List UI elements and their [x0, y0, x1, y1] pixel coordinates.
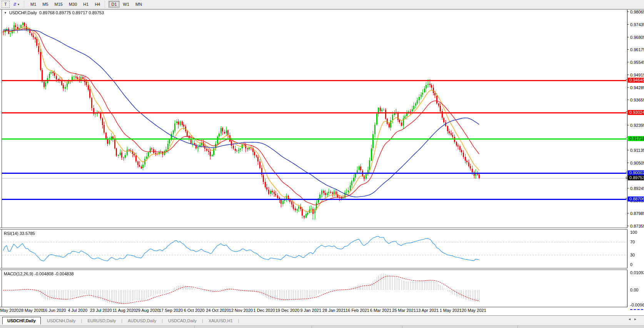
- tab-scroll-left-icon[interactable]: ◂: [629, 317, 634, 321]
- objects-arrows-button[interactable]: ⇵ ▾: [10, 1, 22, 8]
- macd-pane-label: MACD(12,26,9) -0.004808 -0.004838: [4, 271, 74, 276]
- toolbar-separator: [105, 1, 107, 8]
- rsi-axis-tick: 100: [630, 230, 637, 235]
- timeframe-button-d1[interactable]: D1: [108, 1, 119, 8]
- price-tick: 0.97435: [627, 22, 644, 27]
- timeframe-button-m15[interactable]: M15: [52, 1, 65, 8]
- date-label: 29 Aug 2020: [136, 308, 160, 313]
- tab-divider: |: [162, 318, 163, 323]
- tab-divider: |: [238, 318, 239, 323]
- level-anchor-square: [626, 112, 628, 113]
- chart-menu-arrow-icon[interactable]: ▼: [4, 11, 7, 15]
- text-tool-button[interactable]: T: [2, 1, 10, 8]
- level-anchor-square: [626, 198, 628, 200]
- main-chart-canvas[interactable]: [2, 10, 627, 228]
- date-label: 4 Jul 2020: [68, 308, 87, 313]
- rsi-indicator-name: RSI(14): [4, 231, 18, 236]
- arrows-icon: ⇵: [13, 2, 17, 7]
- price-tick: 0.95545: [627, 60, 644, 65]
- terminal-window: T ⇵ ▾ M1M5M15M30H1H4D1W1MN ▼ USDCHF,Dail…: [0, 0, 644, 328]
- macd-pane-canvas[interactable]: [2, 270, 627, 307]
- level-anchor-square: [626, 79, 628, 81]
- price-tick: 0.96175: [627, 47, 644, 52]
- timeframe-button-mn[interactable]: MN: [133, 1, 145, 8]
- date-label: 1 May 2021: [440, 308, 462, 313]
- date-label: 25 Mar 2021: [392, 308, 416, 313]
- price-tick: 0.87985: [627, 211, 644, 216]
- timeframe-button-m30[interactable]: M30: [66, 1, 80, 8]
- chart-window-top-border: [0, 9, 644, 10]
- price-tick: 0.94915: [627, 73, 644, 77]
- timeframe-button-h4[interactable]: H4: [92, 1, 103, 8]
- price-tick: 0.93655: [627, 98, 644, 102]
- date-label: 24 Oct 2020: [206, 308, 229, 313]
- macd-axis-tick: 0.010933: [630, 270, 644, 275]
- chart-tab-eurusd[interactable]: EURUSD,Daily: [83, 317, 120, 324]
- price-tick: 0.87355: [627, 224, 644, 228]
- rsi-axis-tick: 30: [630, 253, 635, 257]
- price-tick: 0.94285: [627, 85, 644, 90]
- price-tick: 0.92395: [627, 123, 644, 128]
- price-tick: 0.98065: [627, 10, 644, 14]
- chart-tab-audusd[interactable]: AUDUSD,Daily: [123, 317, 161, 324]
- chart-tab-usdcad[interactable]: USDCAD,Daily: [164, 317, 201, 324]
- rsi-pane-canvas[interactable]: [2, 230, 627, 268]
- timeframe-button-m5[interactable]: M5: [40, 1, 51, 8]
- chart-ohlc-quotes: 0.89768 0.89775 0.89717 0.89753: [39, 10, 104, 15]
- chart-tab-usdchf[interactable]: USDCHF,Daily: [2, 317, 41, 325]
- price-tick: 0.90505: [627, 161, 644, 165]
- tab-scroll-arrows[interactable]: ◂▸: [629, 317, 640, 321]
- date-label: 28 Jan 2021: [322, 308, 346, 313]
- axis-end-marker: [630, 307, 643, 310]
- price-tick: 0.96805: [627, 35, 644, 40]
- chart-tab-xauusd[interactable]: XAUUSD,H1: [204, 317, 237, 324]
- date-label: 17 Sep 2020: [159, 308, 183, 313]
- date-label: 1 Dec 2020: [253, 308, 275, 313]
- date-label: 6 Oct 2020: [184, 308, 205, 313]
- macd-axis-tick: 0.00: [630, 288, 638, 292]
- chart-tab-bar: USDCHF,DailyUSDCNH,Daily|EURUSD,Daily|AU…: [0, 315, 644, 325]
- timeframe-toolbar: T ⇵ ▾ M1M5M15M30H1H4D1W1MN: [0, 0, 644, 9]
- resistance-level-label: 0.93024: [628, 110, 644, 115]
- support-level-label: 0.90002: [628, 170, 644, 175]
- macd-axis-tick: -0.009653: [630, 303, 644, 307]
- chart-bottom-border: [0, 307, 627, 307]
- timeframe-buttons: M1M5M15M30H1H4D1W1MN: [27, 1, 145, 8]
- rsi-axis-tick: 70: [630, 240, 635, 244]
- date-label: 12 Nov 2020: [229, 308, 253, 313]
- tab-divider: |: [121, 318, 122, 323]
- level-anchor-square: [626, 177, 628, 179]
- date-label: 11 Aug 2020: [113, 308, 136, 313]
- resistance-level-label: 0.94648: [628, 78, 644, 83]
- date-label: 9 Jan 2021: [300, 308, 321, 313]
- date-label: 16 Jun 2020: [43, 308, 66, 313]
- date-label: 20 May 2021: [462, 308, 486, 313]
- chart-tab-usdcnh[interactable]: USDCNH,Daily: [42, 317, 80, 324]
- price-tick: 0.89245: [627, 186, 644, 191]
- current-price-level-label: 0.89753: [628, 175, 644, 180]
- level-anchor-square: [626, 172, 628, 174]
- tab-divider: |: [202, 318, 203, 323]
- chart-symbol-period: USDCHF,Daily: [9, 10, 37, 15]
- timeframe-button-w1[interactable]: W1: [120, 1, 132, 8]
- price-axis-line[interactable]: [627, 10, 627, 307]
- tab-divider: |: [81, 318, 82, 323]
- chart-title: ▼ USDCHF,Daily 0.89768 0.89775 0.89717 0…: [4, 10, 104, 15]
- date-label: 13 Apr 2021: [416, 308, 439, 313]
- toolbar-separator: [24, 1, 26, 8]
- date-label: 6 Mar 2021: [370, 308, 392, 313]
- date-label: 16 Feb 2021: [345, 308, 369, 313]
- macd-indicator-values: -0.004808 -0.004838: [34, 271, 73, 276]
- pivot-level-label: 0.91718: [628, 136, 644, 141]
- price-tick: 0.91135: [627, 148, 644, 153]
- support-level-label: 0.88706: [628, 196, 644, 201]
- date-label: 28 May 2020: [19, 308, 43, 313]
- timeframe-button-h1[interactable]: H1: [80, 1, 91, 8]
- rsi-indicator-value: 33.5785: [20, 231, 35, 236]
- tab-scroll-right-icon[interactable]: ▸: [634, 317, 640, 321]
- level-anchor-square: [626, 138, 628, 140]
- rsi-pane-label: RSI(14) 33.5785: [4, 231, 35, 236]
- timeframe-button-m1[interactable]: M1: [28, 1, 39, 8]
- date-label: 19 Dec 2020: [275, 308, 299, 313]
- date-label: 9 May 2020: [0, 308, 19, 313]
